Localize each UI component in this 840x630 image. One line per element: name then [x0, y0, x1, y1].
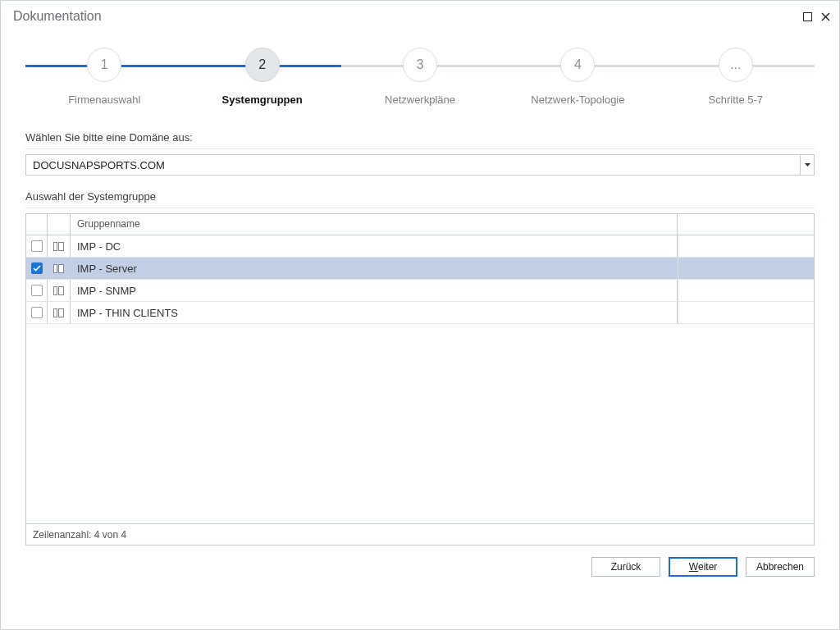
table-header: Gruppenname: [26, 214, 814, 235]
footer-buttons: Zurück Weiter Abbrechen: [1, 546, 839, 577]
header-check-col: [26, 214, 48, 235]
systemgroup-icon: [53, 242, 64, 251]
content: 1Firmenauswahl2Systemgruppen3Netzwerkplä…: [1, 27, 839, 546]
wizard-step-circle: ...: [719, 48, 753, 82]
row-icon-cell: [48, 258, 71, 279]
table-body: IMP - DCIMP - ServerIMP - SNMPIMP - THIN…: [26, 235, 814, 523]
table-row[interactable]: IMP - Server: [26, 258, 814, 280]
table-row[interactable]: IMP - DC: [26, 235, 814, 258]
divider: [25, 208, 815, 208]
wizard-step-2[interactable]: 2Systemgruppen: [183, 48, 340, 115]
svg-marker-3: [805, 163, 810, 167]
table-footer: Zeilenanzahl: 4 von 4: [26, 523, 814, 545]
row-checkbox[interactable]: [31, 262, 43, 274]
row-checkbox[interactable]: [31, 285, 43, 296]
window-controls: [801, 11, 831, 22]
row-spare-cell: [678, 280, 814, 301]
row-checkbox-cell: [26, 280, 48, 301]
row-icon-cell: [48, 302, 71, 323]
title-bar: Dokumentation: [1, 1, 839, 27]
next-rest: eiter: [698, 561, 717, 573]
row-checkbox-cell: [26, 258, 48, 279]
cancel-button[interactable]: Abbrechen: [746, 557, 815, 577]
row-icon-cell: [48, 280, 71, 301]
close-icon[interactable]: [819, 11, 831, 22]
row-spare-cell: [678, 258, 814, 279]
system-groups-table: Gruppenname IMP - DCIMP - ServerIMP - SN…: [25, 213, 815, 546]
wizard-step-4[interactable]: 4Netzwerk-Topologie: [499, 48, 656, 115]
window-title: Dokumentation: [13, 9, 102, 24]
chevron-down-icon[interactable]: [800, 154, 815, 176]
domain-label: Wählen Sie bitte eine Domäne aus:: [25, 131, 815, 144]
header-name-col[interactable]: Gruppenname: [71, 214, 678, 235]
row-checkbox[interactable]: [31, 240, 43, 252]
row-checkbox[interactable]: [31, 307, 43, 318]
row-spare-cell: [678, 235, 814, 257]
row-icon-cell: [48, 235, 71, 257]
wizard-step-label: Schritte 5-7: [657, 94, 815, 106]
systemgroup-icon: [53, 308, 64, 317]
row-count: Zeilenanzahl: 4 von 4: [33, 529, 126, 541]
wizard-step-circle: 2: [245, 48, 280, 82]
wizard-step-label: Netzwerkpläne: [341, 94, 499, 106]
wizard-step-circle: 1: [87, 48, 121, 82]
wizard-steps: 1Firmenauswahl2Systemgruppen3Netzwerkplä…: [25, 48, 815, 115]
row-name-cell: IMP - Server: [71, 258, 678, 279]
wizard-step-5[interactable]: ...Schritte 5-7: [657, 48, 815, 115]
systemgroup-icon: [53, 264, 64, 273]
maximize-icon[interactable]: [801, 11, 813, 22]
wizard-step-circle: 4: [560, 48, 595, 82]
header-spare-col: [678, 214, 814, 235]
divider: [25, 148, 815, 149]
next-button[interactable]: Weiter: [669, 557, 737, 577]
row-checkbox-cell: [26, 235, 48, 257]
svg-rect-0: [803, 12, 811, 21]
systemgroup-icon: [53, 286, 64, 295]
domain-value: DOCUSNAPSPORTS.COM: [33, 159, 165, 171]
wizard-step-label: Firmenauswahl: [25, 94, 183, 106]
wizard-step-label: Netzwerk-Topologie: [499, 94, 656, 106]
wizard-step-1[interactable]: 1Firmenauswahl: [25, 48, 183, 115]
wizard-step-3[interactable]: 3Netzwerkpläne: [341, 48, 499, 115]
row-name-cell: IMP - SNMP: [71, 280, 678, 301]
back-button[interactable]: Zurück: [591, 557, 660, 577]
next-accel: W: [689, 561, 698, 573]
row-name-cell: IMP - THIN CLIENTS: [71, 302, 678, 323]
row-spare-cell: [678, 302, 814, 323]
row-checkbox-cell: [26, 302, 48, 323]
table-row[interactable]: IMP - SNMP: [26, 280, 814, 302]
group-section-label: Auswahl der Systemgruppe: [25, 190, 815, 203]
wizard-step-circle: 3: [403, 48, 437, 82]
table-row[interactable]: IMP - THIN CLIENTS: [26, 302, 814, 324]
domain-dropdown[interactable]: DOCUSNAPSPORTS.COM: [25, 154, 815, 176]
wizard-step-label: Systemgruppen: [183, 94, 340, 106]
header-icon-col: [48, 214, 71, 235]
row-name-cell: IMP - DC: [71, 235, 678, 257]
